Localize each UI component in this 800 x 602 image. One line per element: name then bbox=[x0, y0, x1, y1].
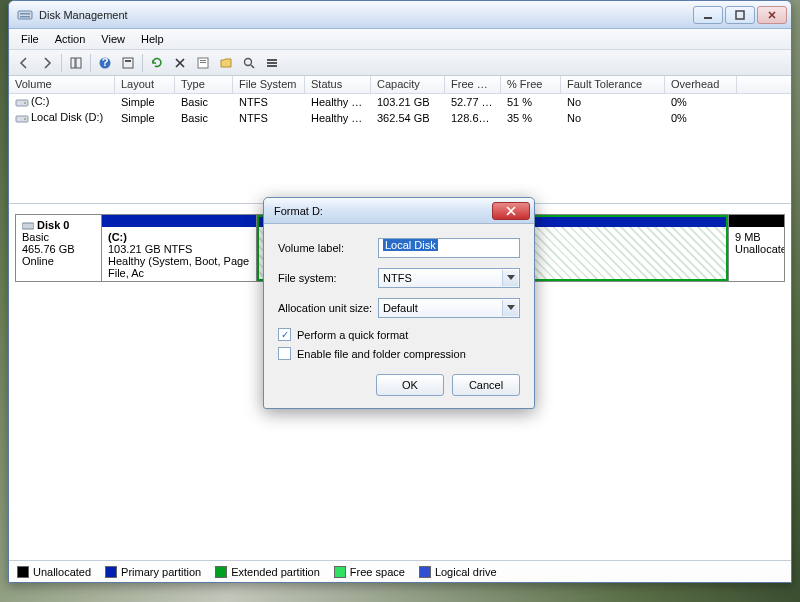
label-fs: File system: bbox=[278, 272, 378, 284]
dialog-close-button[interactable] bbox=[492, 202, 530, 220]
col-free[interactable]: Free Spa... bbox=[445, 76, 501, 93]
swatch-free bbox=[334, 566, 346, 578]
app-icon bbox=[17, 7, 33, 23]
swatch-extended bbox=[215, 566, 227, 578]
col-status[interactable]: Status bbox=[305, 76, 371, 93]
search-button[interactable] bbox=[238, 52, 260, 74]
maximize-button[interactable] bbox=[725, 6, 755, 24]
help-button[interactable]: ? bbox=[94, 52, 116, 74]
back-button[interactable] bbox=[13, 52, 35, 74]
svg-rect-16 bbox=[267, 62, 277, 64]
svg-point-19 bbox=[24, 102, 26, 104]
swatch-unallocated bbox=[17, 566, 29, 578]
close-button[interactable] bbox=[757, 6, 787, 24]
col-type[interactable]: Type bbox=[175, 76, 233, 93]
svg-rect-4 bbox=[736, 11, 744, 19]
col-capacity[interactable]: Capacity bbox=[371, 76, 445, 93]
menu-help[interactable]: Help bbox=[133, 31, 172, 47]
svg-rect-2 bbox=[20, 16, 30, 18]
partition-unallocated[interactable]: 9 MB Unallocate bbox=[728, 215, 784, 281]
titlebar[interactable]: Disk Management bbox=[9, 1, 791, 29]
delete-button[interactable] bbox=[169, 52, 191, 74]
menu-action[interactable]: Action bbox=[47, 31, 94, 47]
volume-list: Volume Layout Type File System Status Ca… bbox=[9, 76, 791, 204]
svg-rect-20 bbox=[16, 116, 28, 122]
show-hide-tree-button[interactable] bbox=[65, 52, 87, 74]
allocation-size-select[interactable]: Default bbox=[378, 298, 520, 318]
compression-label: Enable file and folder compression bbox=[297, 348, 466, 360]
partition-c[interactable]: (C:) 103.21 GB NTFS Healthy (System, Boo… bbox=[102, 215, 257, 281]
refresh-button[interactable] bbox=[146, 52, 168, 74]
compression-checkbox[interactable] bbox=[278, 347, 291, 360]
svg-rect-9 bbox=[123, 58, 133, 68]
svg-rect-0 bbox=[18, 11, 32, 19]
ok-button[interactable]: OK bbox=[376, 374, 444, 396]
properties-button[interactable] bbox=[192, 52, 214, 74]
legend: Unallocated Primary partition Extended p… bbox=[9, 560, 791, 582]
svg-rect-3 bbox=[704, 17, 712, 19]
svg-rect-12 bbox=[200, 60, 206, 61]
svg-rect-1 bbox=[20, 13, 30, 15]
volume-row[interactable]: Local Disk (D:) Simple Basic NTFS Health… bbox=[9, 110, 791, 126]
col-layout[interactable]: Layout bbox=[115, 76, 175, 93]
quick-format-label: Perform a quick format bbox=[297, 329, 408, 341]
quick-format-checkbox[interactable]: ✓ bbox=[278, 328, 291, 341]
volume-label-input[interactable]: Local Disk bbox=[378, 238, 520, 258]
menu-view[interactable]: View bbox=[93, 31, 133, 47]
folder-button[interactable] bbox=[215, 52, 237, 74]
col-overhead[interactable]: Overhead bbox=[665, 76, 737, 93]
window-title: Disk Management bbox=[39, 9, 693, 21]
dropdown-arrow-icon bbox=[502, 300, 518, 316]
svg-rect-6 bbox=[76, 58, 81, 68]
format-dialog: Format D: Volume label: Local Disk File … bbox=[263, 197, 535, 409]
col-pctfree[interactable]: % Free bbox=[501, 76, 561, 93]
col-filesystem[interactable]: File System bbox=[233, 76, 305, 93]
svg-rect-5 bbox=[71, 58, 75, 68]
svg-rect-17 bbox=[267, 65, 277, 67]
svg-rect-13 bbox=[200, 62, 206, 63]
svg-rect-10 bbox=[125, 60, 131, 62]
toolbar: ? bbox=[9, 50, 791, 76]
drive-icon bbox=[15, 113, 29, 125]
dialog-title: Format D: bbox=[274, 205, 492, 217]
disk-icon bbox=[22, 219, 34, 231]
col-fault[interactable]: Fault Tolerance bbox=[561, 76, 665, 93]
col-volume[interactable]: Volume bbox=[9, 76, 115, 93]
volume-row[interactable]: (C:) Simple Basic NTFS Healthy (S... 103… bbox=[9, 94, 791, 110]
filesystem-select[interactable]: NTFS bbox=[378, 268, 520, 288]
svg-point-21 bbox=[24, 118, 26, 120]
svg-point-14 bbox=[245, 58, 252, 65]
label-volume: Volume label: bbox=[278, 242, 378, 254]
swatch-primary bbox=[105, 566, 117, 578]
cancel-button[interactable]: Cancel bbox=[452, 374, 520, 396]
svg-rect-15 bbox=[267, 59, 277, 61]
forward-button[interactable] bbox=[36, 52, 58, 74]
dialog-titlebar[interactable]: Format D: bbox=[264, 198, 534, 224]
disk-info: Disk 0 Basic 465.76 GB Online bbox=[16, 215, 102, 281]
label-alloc: Allocation unit size: bbox=[278, 302, 378, 314]
dropdown-arrow-icon bbox=[502, 270, 518, 286]
svg-rect-22 bbox=[22, 223, 34, 229]
volume-list-header[interactable]: Volume Layout Type File System Status Ca… bbox=[9, 76, 791, 94]
drive-icon bbox=[15, 97, 29, 109]
menubar: File Action View Help bbox=[9, 29, 791, 50]
svg-text:?: ? bbox=[102, 56, 109, 68]
list-button[interactable] bbox=[261, 52, 283, 74]
settings-button[interactable] bbox=[117, 52, 139, 74]
minimize-button[interactable] bbox=[693, 6, 723, 24]
swatch-logical bbox=[419, 566, 431, 578]
menu-file[interactable]: File bbox=[13, 31, 47, 47]
svg-rect-18 bbox=[16, 100, 28, 106]
